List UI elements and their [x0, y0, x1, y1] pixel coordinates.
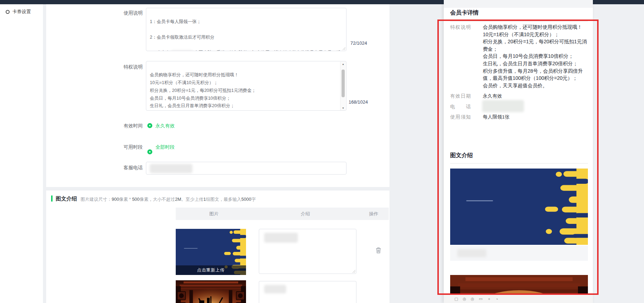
- reupload-overlay[interactable]: 点击重新上传: [176, 265, 246, 275]
- drawer-intro-title: 图文介绍: [450, 152, 473, 159]
- emoji-icon[interactable]: ◎: [471, 297, 474, 301]
- page: 卡券设置 使用说明 1：会员卡每人限领一张； 2：会员卡领取激活后才可用积分 3…: [0, 0, 644, 303]
- drawer-intro-image-1: [450, 169, 588, 245]
- intro-image-upload-2[interactable]: [176, 280, 246, 303]
- drawer-title: 会员卡详情: [450, 9, 479, 17]
- privilege-textarea[interactable]: 会员购物享积分，还可随时使用积分抵现哦！ 10元=1积分（不满10元无积分）； …: [146, 61, 346, 111]
- drawer-privilege-label: 特权说明: [450, 24, 471, 31]
- member-card-preview-drawer: 会员卡详情 特权说明 会员购物享积分，还可随时使用积分抵现哦！ 10元=1积分（…: [444, 0, 593, 303]
- redacted-caption-text: [457, 249, 486, 257]
- time-slot-label: 可用时段: [99, 144, 143, 150]
- redacted-drawer-phone: [482, 100, 524, 112]
- drawer-notice-label: 使用须知: [450, 114, 471, 120]
- valid-time-option[interactable]: 永久有效: [155, 123, 175, 129]
- plus-icon[interactable]: ＋: [487, 296, 491, 302]
- column-header-operation: 操作: [359, 211, 389, 217]
- clock-icon[interactable]: ◔: [496, 297, 498, 301]
- drawer-intro-divider: [450, 163, 588, 164]
- intro-textarea-2[interactable]: [259, 281, 356, 303]
- privilege-char-counter: 168/1024: [349, 99, 368, 105]
- card-icon[interactable]: ▭: [479, 297, 482, 301]
- redacted-brand-name: [171, 50, 193, 51]
- service-phone-input[interactable]: [146, 162, 346, 175]
- usage-textarea[interactable]: 1：会员卡每人限领一张； 2：会员卡领取激活后才可用积分 3：本卡在中国大陆（香…: [146, 8, 346, 51]
- scrollbar-thumb[interactable]: [342, 70, 345, 97]
- redacted-intro-text-1: [264, 233, 298, 243]
- redacted-intro-text-2: [264, 285, 286, 293]
- privilege-label: 特权说明: [99, 64, 143, 70]
- intro-table-header: 图片 介绍 操作: [176, 208, 389, 220]
- anime-room-image: [176, 280, 246, 303]
- usage-char-counter: 72/1024: [350, 40, 367, 46]
- drawer-privilege-text: 会员购物享积分，还可随时使用积分抵现哦！ 10元=1积分（不满10元无积分）； …: [483, 23, 588, 89]
- drawer-intro-image-2: [450, 275, 588, 295]
- intro-section-hint: 图片建议尺寸：900像素 * 500像素，大小不超过2M。至少上传1组图文，最多…: [81, 197, 256, 203]
- image-frame-icon[interactable]: ▢: [454, 297, 458, 301]
- usage-label: 使用说明: [99, 10, 143, 16]
- intro-section-title: 图文介绍: [56, 195, 77, 202]
- sidebar-item-label: 卡券设置: [12, 9, 31, 15]
- drawer-phone-label: 电话: [450, 104, 471, 110]
- column-header-image: 图片: [176, 211, 252, 217]
- emoji-icon[interactable]: ◎: [463, 297, 466, 301]
- intro-textarea-1[interactable]: [259, 229, 356, 274]
- sidebar-item-card-settings[interactable]: 卡券设置: [6, 9, 31, 15]
- drawer-valid-label: 有效日期: [450, 93, 471, 99]
- textarea-resize-handle[interactable]: [342, 46, 345, 50]
- anime-room-image: [450, 275, 588, 295]
- time-slot-radio[interactable]: [147, 149, 152, 154]
- intro-section-card: 图文介绍 图片建议尺寸：900像素 * 500像素，大小不超过2M。至少上传1组…: [46, 191, 389, 303]
- scroll-down-icon[interactable]: ▼: [340, 106, 346, 111]
- time-slot-option[interactable]: 全部时段: [155, 144, 175, 150]
- sidebar: 卡券设置: [0, 4, 43, 303]
- textarea-resize-handle[interactable]: [352, 269, 355, 273]
- member-card-blue-image: [450, 169, 588, 245]
- circle-bullet-icon: [6, 10, 10, 14]
- drawer-notice-value: 每人限领1张: [483, 114, 509, 120]
- drawer-top-strip: [444, 0, 593, 8]
- service-phone-label: 客服电话: [99, 165, 143, 171]
- section-accent-bar: [51, 195, 53, 202]
- column-header-intro: 介绍: [252, 211, 359, 217]
- drawer-image-caption-1: [450, 246, 588, 261]
- drawer-valid-value: 永久有效: [483, 93, 502, 99]
- card-settings-form-card: 使用说明 1：会员卡每人限领一张； 2：会员卡领取激活后才可用积分 3：本卡在中…: [46, 4, 389, 187]
- redacted-phone-value: [150, 164, 192, 173]
- delete-row-button[interactable]: [376, 247, 381, 255]
- intro-image-upload-1[interactable]: 点击重新上传: [176, 229, 246, 275]
- drawer-title-divider: [450, 21, 588, 21]
- textarea-resize-handle[interactable]: [343, 110, 346, 111]
- trash-icon: [376, 247, 381, 253]
- scroll-up-icon[interactable]: ▲: [340, 62, 346, 67]
- valid-time-label: 有效时间: [99, 123, 143, 129]
- textarea-scrollbar[interactable]: ▲ ▼: [340, 62, 346, 111]
- drawer-bottom-toolbar: ▢ ◎ ◎ ▭ ＋ ◔: [444, 295, 593, 303]
- valid-time-radio[interactable]: [147, 123, 152, 128]
